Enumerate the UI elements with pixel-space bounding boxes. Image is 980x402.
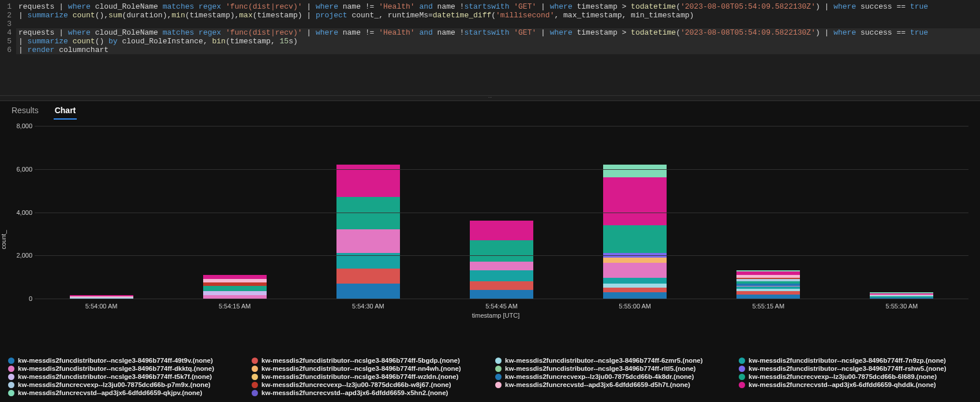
bar-stack[interactable] (203, 275, 267, 299)
legend-item[interactable]: kw-messdis2funcrecvexp--lz3ju00-7875dcd6… (252, 381, 485, 388)
line-number-gutter: 123456 (0, 2, 16, 78)
legend-label: kw-messdis2funcrecvstd--apd3jx6-6dfdd665… (749, 381, 936, 388)
legend-item[interactable]: kw-messdis2funcdistributor--ncslge3-8496… (495, 357, 728, 364)
line-number: 6 (0, 46, 12, 54)
legend-item[interactable]: kw-messdis2funcdistributor--ncslge3-8496… (252, 357, 485, 364)
legend-swatch-icon (252, 374, 258, 380)
legend-label: kw-messdis2funcdistributor--ncslge3-8496… (261, 365, 461, 372)
legend-item[interactable]: kw-messdis2funcrecvexp--lz3ju00-7875dcd6… (495, 373, 728, 380)
legend-item[interactable]: kw-messdis2funcrecvexp--lz3ju00-7875dcd6… (739, 373, 972, 380)
legend-item[interactable]: kw-messdis2funcrecvstd--apd3jx6-6dfdd665… (739, 381, 972, 388)
legend-swatch-icon (8, 382, 14, 388)
legend-label: kw-messdis2funcdistributor--ncslge3-8496… (505, 365, 695, 372)
code-line[interactable]: | render columnchart (16, 46, 980, 54)
bar-segment[interactable] (336, 284, 400, 299)
bar-segment[interactable] (603, 278, 667, 283)
y-axis-title: count_ (0, 230, 7, 249)
x-axis-title: timestamp [UTC] (17, 312, 974, 319)
legend-swatch-icon (495, 374, 502, 380)
legend-label: kw-messdis2funcrecvexp--lz3ju00-7875dcd6… (18, 381, 211, 388)
pane-divider[interactable]: ··· (0, 95, 980, 101)
legend-item[interactable]: kw-messdis2funcrecvexp--lz3ju00-7875dcd6… (8, 381, 241, 388)
bar-segment[interactable] (470, 281, 533, 290)
legend-item[interactable]: kw-messdis2funcdistributor--ncslge3-8496… (252, 373, 485, 380)
legend-swatch-icon (252, 358, 258, 364)
legend-swatch-icon (8, 390, 14, 396)
bar-segment[interactable] (470, 240, 533, 262)
legend-swatch-icon (8, 374, 14, 380)
bar-segment[interactable] (336, 197, 400, 229)
code-line[interactable]: requests | where cloud_RoleName matches … (16, 2, 980, 11)
legend-item[interactable]: kw-messdis2funcdistributor--ncslge3-8496… (739, 365, 972, 372)
bar-segment[interactable] (336, 269, 400, 284)
bar-stack[interactable] (470, 221, 533, 299)
bar-stack[interactable] (336, 165, 400, 299)
bar-segment[interactable] (603, 263, 667, 278)
bar-segment[interactable] (470, 262, 533, 270)
legend-item[interactable]: kw-messdis2funcdistributor--ncslge3-8496… (8, 357, 241, 364)
chart-panel: count_ 02,0004,0006,0008,000 5:54:00 AM5… (0, 120, 980, 352)
legend-label: kw-messdis2funcdistributor--ncslge3-8496… (505, 357, 703, 364)
legend-swatch-icon (495, 358, 502, 364)
y-tick-label: 8,000 (10, 122, 32, 129)
chart-plot[interactable]: 02,0004,0006,0008,000 (35, 126, 968, 299)
bar-stack[interactable] (603, 165, 667, 299)
legend-swatch-icon (739, 374, 745, 380)
bar-segment[interactable] (470, 290, 533, 299)
legend-swatch-icon (8, 366, 14, 372)
query-editor[interactable]: 123456 requests | where cloud_RoleName m… (0, 0, 980, 95)
y-tick-label: 6,000 (10, 166, 32, 173)
y-tick-label: 0 (10, 295, 32, 302)
bar-segment[interactable] (603, 288, 667, 292)
legend-label: kw-messdis2funcdistributor--ncslge3-8496… (18, 373, 212, 380)
bar-segment[interactable] (603, 258, 667, 263)
result-tabs: ResultsChart (0, 101, 980, 120)
legend-swatch-icon (8, 358, 14, 364)
bar-stack[interactable] (736, 270, 800, 299)
legend-label: kw-messdis2funcdistributor--ncslge3-8496… (18, 365, 214, 372)
gridline (35, 169, 968, 170)
legend-item[interactable]: kw-messdis2funcdistributor--ncslge3-8496… (495, 365, 728, 372)
bar-segment[interactable] (603, 225, 667, 254)
tab-results[interactable]: Results (10, 103, 40, 120)
legend-item[interactable]: kw-messdis2funcdistributor--ncslge3-8496… (8, 373, 241, 380)
bar-segment[interactable] (203, 291, 267, 296)
gridline (35, 255, 968, 256)
legend-swatch-icon (252, 382, 258, 388)
legend-item[interactable]: kw-messdis2funcrecvstd--apd3jx6-6dfdd665… (252, 389, 485, 396)
legend-swatch-icon (739, 358, 745, 364)
legend-label: kw-messdis2funcdistributor--ncslge3-8496… (261, 357, 460, 364)
gridline (35, 126, 968, 126)
line-number: 5 (0, 37, 12, 46)
bar-segment[interactable] (336, 229, 400, 253)
legend-swatch-icon (252, 390, 258, 396)
bar-segment[interactable] (603, 165, 667, 178)
legend-item[interactable]: kw-messdis2funcdistributor--ncslge3-8496… (739, 357, 972, 364)
legend-swatch-icon (495, 382, 502, 388)
bar-segment[interactable] (736, 295, 800, 299)
code-line[interactable] (16, 20, 980, 28)
legend-label: kw-messdis2funcrecvstd--apd3jx6-6dfdd665… (505, 381, 690, 388)
legend-item[interactable]: kw-messdis2funcdistributor--ncslge3-8496… (8, 365, 241, 372)
code-line[interactable]: | summarize count(),sum(duration),min(ti… (16, 11, 980, 20)
legend-item[interactable]: kw-messdis2funcrecvstd--apd3jx6-6dfdd665… (8, 389, 241, 396)
code-line[interactable]: requests | where cloud_RoleName matches … (16, 28, 980, 37)
code-line[interactable]: | summarize count() by cloud_RoleInstanc… (16, 37, 980, 46)
legend-item[interactable]: kw-messdis2funcdistributor--ncslge3-8496… (252, 365, 485, 372)
bar-stack[interactable] (870, 292, 933, 299)
bar-segment[interactable] (603, 284, 667, 288)
code-area[interactable]: requests | where cloud_RoleName matches … (16, 2, 980, 78)
bar-segment[interactable] (603, 177, 667, 225)
x-tick-label: 5:54:15 AM (168, 303, 301, 310)
bar-segment[interactable] (470, 221, 533, 240)
legend-swatch-icon (739, 366, 745, 372)
bar-segment[interactable] (603, 292, 667, 299)
bar-segment[interactable] (203, 286, 267, 291)
legend-item[interactable]: kw-messdis2funcrecvstd--apd3jx6-6dfdd665… (495, 381, 728, 388)
bar-segment[interactable] (203, 275, 267, 280)
tab-chart[interactable]: Chart (54, 103, 77, 120)
x-tick-label: 5:54:45 AM (435, 303, 568, 310)
legend-label: kw-messdis2funcdistributor--ncslge3-8496… (18, 357, 213, 364)
x-tick-label: 5:54:00 AM (35, 303, 168, 310)
bar-segment[interactable] (470, 270, 533, 281)
